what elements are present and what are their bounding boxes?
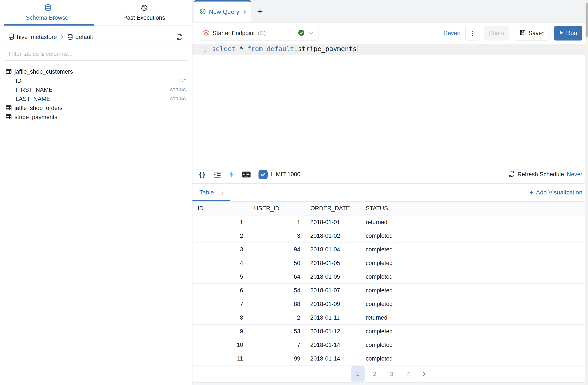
- format-query-icon[interactable]: {}: [198, 171, 206, 179]
- sidebar-tab-bar: Schema Browser Past Executions: [0, 0, 192, 25]
- line-number: 1: [192, 45, 207, 53]
- tab-past-executions[interactable]: Past Executions: [96, 0, 192, 25]
- vertical-scrollbar[interactable]: [585, 0, 588, 385]
- schema-tree: jaffle_shop_customers ID INT FIRST_NAME …: [0, 67, 192, 122]
- schema-sidebar: Schema Browser Past Executions: [0, 0, 192, 385]
- tab-schema-browser[interactable]: Schema Browser: [0, 0, 96, 25]
- results-header-row: ID USER_ID ORDER_DATE STATUS: [192, 202, 588, 215]
- table-row: 1 1 2018-01-01 returned: [192, 215, 588, 229]
- breadcrumb[interactable]: hive_metastore default: [4, 30, 189, 44]
- limit-label: LIMIT 1000: [271, 171, 300, 178]
- table-row: 4 50 2018-01-05 completed: [192, 256, 588, 270]
- editor-footer-toolbar: {}: [192, 165, 588, 184]
- history-clock-icon: [141, 4, 148, 12]
- auto-indent-icon[interactable]: [213, 171, 221, 178]
- column-header-id[interactable]: ID: [192, 202, 249, 215]
- table-row: 2 3 2018-01-02 completed: [192, 229, 588, 243]
- column-type-badge: STRING: [170, 97, 186, 101]
- query-tab-bar: New Query +: [192, 0, 588, 22]
- table-row: 6 54 2018-01-07 completed: [192, 284, 588, 297]
- endpoint-size: (S): [258, 30, 266, 37]
- page-button-1[interactable]: 1: [351, 366, 365, 382]
- endpoint-selector[interactable]: Starter Endpoint (S): [198, 26, 318, 41]
- table-row: 8 2 2018-01-11 returned: [192, 311, 588, 325]
- column-type-badge: STRING: [170, 87, 186, 92]
- run-button[interactable]: Run: [554, 26, 582, 41]
- limit-1000-toggle[interactable]: LIMIT 1000: [258, 170, 300, 179]
- table-row: 5 64 2018-01-05 completed: [192, 270, 588, 284]
- endpoint-stack-icon: [203, 29, 210, 37]
- table-row: 3 94 2018-01-04 completed: [192, 243, 588, 256]
- keyboard-shortcuts-icon[interactable]: [242, 171, 251, 178]
- endpoint-name: Starter Endpoint: [213, 30, 255, 37]
- text-caret: [357, 45, 357, 53]
- column-header-order-date[interactable]: ORDER_DATE: [306, 202, 362, 215]
- query-editor-panel: New Query + Starter Endpoint (S): [192, 0, 588, 385]
- table-tab-menu-icon[interactable]: ⋮: [220, 189, 226, 196]
- save-button-label: Save*: [528, 30, 544, 37]
- sql-editor-app: Schema Browser Past Executions: [0, 0, 588, 385]
- scrollbar-thumb[interactable]: [586, 3, 588, 37]
- database-icon: [45, 4, 52, 12]
- add-visualization-button[interactable]: + Add Visualization: [529, 189, 582, 197]
- plus-icon: +: [529, 189, 533, 197]
- pagination: 1 2 3 4: [192, 365, 588, 382]
- results-table: ID USER_ID ORDER_DATE STATUS 1 1 2018-01…: [192, 201, 588, 365]
- tab-new-query[interactable]: New Query: [194, 0, 251, 22]
- tab-past-executions-label: Past Executions: [123, 15, 165, 21]
- page-button-4[interactable]: 4: [402, 366, 415, 382]
- query-tab-title: New Query: [209, 8, 239, 15]
- tree-table-stripe-payments[interactable]: stripe_payments: [0, 113, 192, 122]
- next-page-button[interactable]: [419, 366, 430, 382]
- table-tab-label: Table: [199, 189, 214, 196]
- schema-database-icon: [67, 34, 73, 40]
- check-circle-icon: [199, 8, 206, 16]
- table-grid-icon: [6, 114, 12, 121]
- more-options-button[interactable]: ⋮: [465, 26, 479, 41]
- refresh-schedule-label: Refresh Schedule: [517, 171, 564, 178]
- tree-column-id[interactable]: ID INT: [0, 76, 192, 85]
- column-header-filler: [423, 202, 588, 215]
- save-button[interactable]: Save*: [514, 26, 549, 41]
- floppy-disk-icon: [519, 29, 526, 37]
- tab-table-visualization[interactable]: Table ⋮: [192, 184, 230, 201]
- chevron-down-icon: [308, 31, 314, 36]
- add-query-tab-button[interactable]: +: [251, 0, 269, 22]
- table-row: 9 53 2018-01-12 completed: [192, 325, 588, 338]
- limit-checkbox[interactable]: [258, 170, 268, 179]
- column-header-user-id[interactable]: USER_ID: [249, 202, 306, 215]
- share-button[interactable]: Share: [484, 26, 509, 41]
- sql-editor[interactable]: 1 select * from default.stripe_payments: [192, 44, 588, 165]
- unsaved-dot-icon: [244, 10, 246, 14]
- run-button-label: Run: [566, 30, 577, 37]
- column-header-status[interactable]: STATUS: [362, 202, 423, 215]
- column-type-badge: INT: [179, 78, 186, 83]
- refresh-schedule-value[interactable]: Never: [567, 171, 582, 178]
- sql-code-line: select * from default.stripe_payments: [207, 45, 357, 53]
- lightning-autocomplete-icon[interactable]: [229, 171, 234, 179]
- breadcrumb-schema[interactable]: default: [76, 34, 93, 41]
- tree-column-first-name[interactable]: FIRST_NAME STRING: [0, 85, 192, 94]
- endpoint-status-ok-icon: [298, 29, 305, 37]
- query-toolbar: Starter Endpoint (S): [192, 22, 588, 44]
- refresh-schema-button[interactable]: [170, 30, 189, 44]
- toolbar-actions: Revert ⋮ Share Save*: [443, 26, 582, 41]
- breadcrumb-catalog[interactable]: hive_metastore: [17, 34, 57, 41]
- tree-table-jaffle-shop-customers[interactable]: jaffle_shop_customers: [0, 67, 192, 76]
- table-row: 10 7 2018-01-14 completed: [192, 338, 588, 352]
- chevron-right-icon: [60, 34, 64, 40]
- results-footer-strip: [192, 382, 588, 385]
- play-icon: [559, 30, 563, 37]
- tree-table-jaffle-shop-orders[interactable]: jaffle_shop_orders: [0, 104, 192, 113]
- filter-tables-input[interactable]: [4, 47, 189, 61]
- table-row: 7 88 2018-01-09 completed: [192, 297, 588, 311]
- revert-button[interactable]: Revert: [443, 30, 461, 37]
- table-grid-icon: [6, 105, 12, 111]
- table-grid-icon: [6, 68, 12, 75]
- page-button-3[interactable]: 3: [385, 366, 398, 382]
- editor-active-line: 1 select * from default.stripe_payments: [192, 44, 588, 55]
- results-tab-bar: Table ⋮ + Add Visualization: [192, 184, 588, 201]
- tree-column-last-name[interactable]: LAST_NAME STRING: [0, 94, 192, 104]
- tab-schema-browser-label: Schema Browser: [26, 15, 70, 21]
- page-button-2[interactable]: 2: [368, 366, 381, 382]
